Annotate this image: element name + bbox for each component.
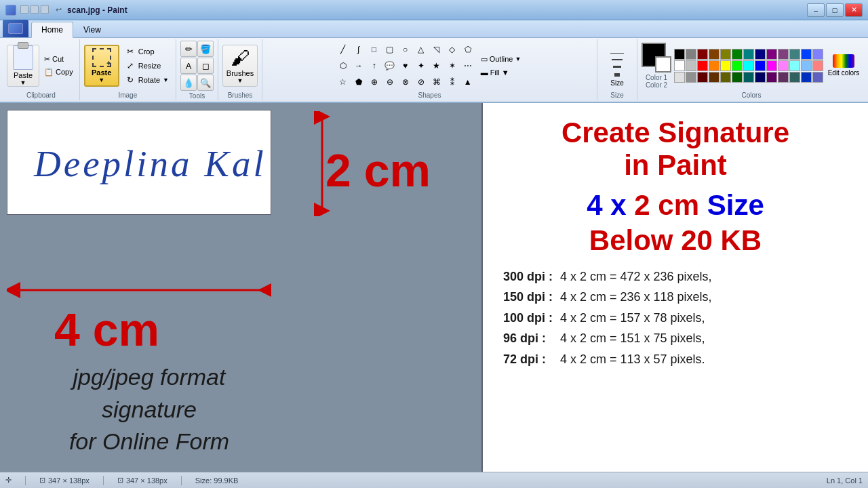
size-group-label: Size	[610, 92, 623, 99]
color2-swatch[interactable]	[655, 56, 671, 73]
color-b8[interactable]	[755, 72, 766, 83]
edit-colors-button[interactable]: Edit colors	[826, 47, 861, 85]
color-b10[interactable]	[778, 72, 789, 83]
fill-color-button[interactable]: ▬ Fill ▼	[478, 67, 524, 78]
size-button[interactable]: Size	[601, 45, 633, 87]
canvas-white[interactable]: Deeplina Kalita	[7, 110, 271, 215]
shape-heart[interactable]: ♥	[398, 58, 413, 73]
rotate-button[interactable]: ↻ Rotate ▼	[122, 73, 172, 87]
color-b3[interactable]	[697, 72, 708, 83]
shape-more[interactable]: ⋯	[460, 58, 475, 73]
color-b5[interactable]	[720, 72, 731, 83]
color-lavender[interactable]	[812, 49, 823, 60]
close-button[interactable]: ✕	[845, 3, 863, 17]
shape-star5[interactable]: ★	[429, 58, 444, 73]
minimize-button[interactable]: –	[807, 3, 825, 17]
maximize-button[interactable]: □	[826, 3, 844, 17]
color-b11[interactable]	[789, 72, 800, 83]
color-cyan[interactable]	[743, 60, 754, 71]
shape-s7[interactable]: ⌘	[429, 75, 444, 89]
shape-curve[interactable]: ∫	[351, 42, 366, 57]
color-b9[interactable]	[766, 72, 777, 83]
color-purple[interactable]	[766, 49, 777, 60]
pencil-button[interactable]: ✏	[180, 41, 197, 57]
color-b12[interactable]	[801, 72, 812, 83]
color-magenta[interactable]	[766, 60, 777, 71]
color-green[interactable]	[732, 49, 743, 60]
color-b13[interactable]	[812, 72, 823, 83]
shape-hex[interactable]: ⬡	[336, 58, 351, 73]
shape-callout[interactable]: 💬	[382, 58, 397, 73]
tab-home[interactable]: Home	[31, 22, 73, 38]
shape-triangle[interactable]: △	[414, 42, 429, 57]
cut-button[interactable]: ✂ Cut	[42, 54, 75, 65]
brushes-group-label: Brushes	[228, 92, 253, 99]
color-darkred[interactable]	[697, 49, 708, 60]
color-lime[interactable]	[732, 60, 743, 71]
shape-line[interactable]: ╱	[336, 42, 351, 57]
copy-button[interactable]: 📋 Copy	[42, 66, 75, 78]
color-cobalt[interactable]	[801, 49, 812, 60]
color-pink[interactable]	[778, 60, 789, 71]
dpi-100-calc: 4 x 2 cm = 157 x 78 pixels,	[560, 308, 705, 329]
shape-star6[interactable]: ✶	[445, 58, 460, 73]
paint-canvas[interactable]: Deeplina Kalita 2 cm	[0, 103, 481, 472]
paste-button[interactable]: Paste ▼	[7, 45, 39, 87]
panel-kb-label: Below 20 KB	[503, 224, 848, 257]
color-aqua[interactable]	[789, 60, 800, 71]
dimension-v-label: 2 cm	[326, 144, 431, 197]
eraser-button[interactable]: ◻	[197, 58, 214, 74]
shape-s2[interactable]: ⬟	[351, 75, 366, 89]
color-b6[interactable]	[732, 72, 743, 83]
shape-s8[interactable]: ⁑	[445, 75, 460, 89]
color-yellow[interactable]	[720, 60, 731, 71]
color-orange2[interactable]	[709, 60, 719, 71]
panel-title: Create Signature in Paint	[503, 117, 848, 182]
brushes-group: 🖌 Brushes ▼ Brushes	[218, 39, 262, 100]
color-b7[interactable]	[743, 72, 754, 83]
shape-diamond[interactable]: ◇	[445, 42, 460, 57]
picker-button[interactable]: 💧	[180, 75, 197, 91]
color-salmon[interactable]	[812, 60, 823, 71]
color-b1[interactable]	[674, 72, 685, 83]
color-teal[interactable]	[743, 49, 754, 60]
color-teal2[interactable]	[789, 49, 800, 60]
color-blue[interactable]	[755, 60, 766, 71]
color-olive[interactable]	[720, 49, 731, 60]
shape-penta[interactable]: ⬠	[460, 42, 475, 57]
color-white[interactable]	[674, 60, 685, 71]
fill-button[interactable]: 🪣	[197, 41, 214, 57]
shape-arrow2[interactable]: ↑	[367, 58, 382, 73]
text-button[interactable]: A	[180, 58, 197, 74]
color-silver[interactable]	[686, 60, 696, 71]
color-b2[interactable]	[686, 72, 696, 83]
color-b4[interactable]	[709, 72, 719, 83]
magnify-button[interactable]: 🔍	[197, 75, 214, 91]
shape-righttri[interactable]: ◹	[429, 42, 444, 57]
shape-s3[interactable]: ⊕	[367, 75, 382, 89]
color-darkgray[interactable]	[686, 49, 696, 60]
color-black[interactable]	[674, 49, 685, 60]
shape-s6[interactable]: ⊘	[414, 75, 429, 89]
outline-button[interactable]: ▭ Outline ▼	[478, 54, 524, 65]
color-skyblue[interactable]	[801, 60, 812, 71]
brushes-button[interactable]: 🖌 Brushes ▼	[222, 45, 258, 87]
shape-star4[interactable]: ✦	[414, 58, 429, 73]
shape-arrow[interactable]: →	[351, 58, 366, 73]
select-button[interactable]: Paste ▼	[84, 45, 119, 87]
color-navy[interactable]	[755, 49, 766, 60]
resize-button[interactable]: ⤢ Resize	[122, 59, 172, 73]
paint-menu-button[interactable]	[3, 20, 28, 37]
color-red[interactable]	[697, 60, 708, 71]
shape-s1[interactable]: ☆	[336, 75, 351, 89]
color-mauve[interactable]	[778, 49, 789, 60]
shape-roundrect[interactable]: ▢	[382, 42, 397, 57]
shape-s5[interactable]: ⊗	[398, 75, 413, 89]
shape-ellipse[interactable]: ○	[398, 42, 413, 57]
crop-button[interactable]: ✂ Crop	[122, 45, 172, 58]
tab-view[interactable]: View	[73, 22, 111, 37]
shape-rect[interactable]: □	[367, 42, 382, 57]
scroll-up[interactable]: ▲	[460, 75, 475, 89]
color-orange[interactable]	[709, 49, 719, 60]
shape-s4[interactable]: ⊖	[382, 75, 397, 89]
